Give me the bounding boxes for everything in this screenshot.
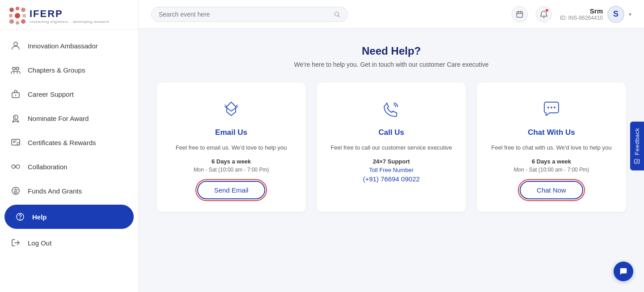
sidebar: IFERP connecting engineers... developing… bbox=[0, 0, 139, 292]
send-email-button[interactable]: Send Email bbox=[197, 181, 266, 199]
funds-icon bbox=[10, 185, 21, 197]
svg-point-33 bbox=[554, 107, 555, 108]
help-icon bbox=[14, 211, 26, 223]
sidebar-label-career-support: Career Support bbox=[28, 90, 74, 98]
career-icon bbox=[10, 88, 21, 100]
call-card-title: Call Us bbox=[378, 128, 404, 137]
sidebar-label-innovation-ambassador: Innovation Ambassador bbox=[28, 42, 98, 50]
svg-point-5 bbox=[22, 14, 26, 17]
email-card-availability: 6 Days a week bbox=[212, 158, 251, 165]
logo-main-text: IFERP bbox=[30, 8, 110, 20]
svg-point-0 bbox=[9, 8, 14, 12]
email-us-card: Email Us Feel free to email us. We'd lov… bbox=[157, 82, 306, 212]
logo-sub-text: connecting engineers... developing resea… bbox=[30, 20, 110, 24]
svg-point-4 bbox=[15, 13, 20, 18]
svg-point-18 bbox=[17, 142, 20, 145]
page-title: Need Help? bbox=[157, 45, 626, 57]
calendar-icon bbox=[516, 10, 524, 18]
logo-area: IFERP connecting engineers... developing… bbox=[0, 0, 138, 30]
svg-line-26 bbox=[338, 15, 339, 17]
main-content: Srm ID: INS-86264410 S ▾ Need Help? We'r… bbox=[139, 0, 644, 292]
svg-point-31 bbox=[547, 107, 549, 108]
sidebar-item-nominate-award[interactable]: Nominate For Award bbox=[0, 106, 138, 130]
chat-now-button[interactable]: Chat Now bbox=[520, 181, 583, 199]
sidebar-nav: Innovation Ambassador Chapters & Groups bbox=[0, 30, 138, 292]
svg-point-32 bbox=[551, 107, 552, 108]
feedback-icon bbox=[634, 158, 640, 164]
chat-bubble-icon bbox=[619, 266, 628, 276]
chevron-down-icon: ▾ bbox=[629, 11, 631, 17]
user-id: ID: INS-86264410 bbox=[560, 15, 603, 21]
sidebar-item-career-support[interactable]: Career Support bbox=[0, 82, 138, 106]
email-card-hours: Mon - Sat (10:00 am - 7:00 Pm) bbox=[194, 167, 269, 173]
sidebar-label-funds-grants: Funds And Grants bbox=[28, 187, 82, 195]
svg-rect-34 bbox=[635, 159, 640, 163]
sidebar-label-collaboration: Collaboration bbox=[28, 163, 67, 171]
sidebar-label-certificates-rewards: Certificates & Rewards bbox=[28, 139, 96, 146]
user-name: Srm bbox=[560, 7, 603, 15]
svg-point-8 bbox=[21, 19, 25, 24]
chat-bubble-button[interactable] bbox=[614, 262, 633, 281]
help-content: Need Help? We're here to help you. Get i… bbox=[139, 29, 644, 292]
page-subtitle: We're here to help you. Get in touch wit… bbox=[157, 61, 626, 68]
header-icons: Srm ID: INS-86264410 S ▾ bbox=[512, 6, 631, 23]
header: Srm ID: INS-86264410 S ▾ bbox=[139, 0, 644, 29]
sidebar-item-funds-grants[interactable]: Funds And Grants bbox=[0, 179, 138, 203]
sidebar-item-certificates-rewards[interactable]: Certificates & Rewards bbox=[0, 130, 138, 155]
svg-point-7 bbox=[16, 21, 19, 25]
chat-card-title: Chat With Us bbox=[528, 128, 575, 137]
user-text: Srm ID: INS-86264410 bbox=[560, 7, 603, 21]
svg-point-14 bbox=[13, 115, 18, 120]
certificate-icon bbox=[10, 137, 21, 148]
feedback-label: Feedback bbox=[634, 128, 640, 155]
sidebar-label-chapters-groups: Chapters & Groups bbox=[28, 66, 85, 74]
toll-free-label: Toll Free Number bbox=[369, 167, 414, 173]
user-info[interactable]: Srm ID: INS-86264410 S ▾ bbox=[560, 6, 631, 23]
search-input[interactable] bbox=[159, 11, 330, 18]
svg-point-23 bbox=[20, 219, 21, 219]
search-icon bbox=[334, 11, 340, 18]
sidebar-item-innovation-ambassador[interactable]: Innovation Ambassador bbox=[0, 34, 138, 58]
sidebar-item-help[interactable]: Help bbox=[4, 205, 134, 229]
svg-rect-27 bbox=[517, 12, 522, 17]
call-card-availability: 24×7 Support bbox=[373, 158, 410, 165]
notification-dot bbox=[545, 9, 549, 12]
svg-point-20 bbox=[16, 165, 20, 168]
svg-point-3 bbox=[9, 14, 13, 17]
award-icon bbox=[10, 112, 21, 124]
calendar-button[interactable] bbox=[512, 6, 528, 22]
call-icon bbox=[381, 99, 402, 122]
email-icon bbox=[220, 99, 242, 122]
call-card-desc: Feel free to call our customer service e… bbox=[330, 143, 452, 153]
logout-icon bbox=[10, 237, 21, 249]
feedback-tab[interactable]: Feedback bbox=[630, 121, 644, 170]
svg-point-11 bbox=[16, 67, 19, 70]
chat-icon bbox=[541, 99, 562, 122]
sidebar-item-collaboration[interactable]: Collaboration bbox=[0, 155, 138, 179]
iferp-logo-icon bbox=[8, 6, 27, 25]
people-icon bbox=[10, 40, 21, 52]
svg-point-9 bbox=[14, 42, 17, 46]
svg-point-10 bbox=[13, 67, 15, 70]
chat-card-availability: 6 Days a week bbox=[532, 158, 571, 165]
notification-button[interactable] bbox=[536, 6, 552, 22]
sidebar-label-logout: Log Out bbox=[28, 239, 51, 247]
svg-point-2 bbox=[21, 8, 25, 12]
email-card-title: Email Us bbox=[215, 128, 247, 137]
sidebar-item-chapters-groups[interactable]: Chapters & Groups bbox=[0, 58, 138, 82]
phone-number: (+91) 76694 09022 bbox=[363, 175, 419, 183]
chat-with-us-card: Chat With Us Feel free to chat with us. … bbox=[477, 82, 626, 212]
avatar: S bbox=[607, 6, 624, 23]
search-bar[interactable] bbox=[151, 7, 348, 22]
collaboration-icon bbox=[10, 161, 21, 172]
cards-row: Email Us Feel free to email us. We'd lov… bbox=[157, 82, 626, 212]
sidebar-label-help: Help bbox=[32, 213, 47, 221]
sidebar-label-nominate-award: Nominate For Award bbox=[28, 115, 89, 122]
chapters-icon bbox=[10, 64, 21, 76]
email-card-desc: Feel free to email us. We'd love to help… bbox=[176, 143, 287, 153]
sidebar-item-logout[interactable]: Log Out bbox=[0, 231, 138, 255]
svg-point-1 bbox=[16, 7, 19, 10]
svg-point-6 bbox=[9, 19, 14, 24]
call-us-card: Call Us Feel free to call our customer s… bbox=[317, 82, 466, 212]
chat-card-desc: Feel free to chat with us. We'd love to … bbox=[491, 143, 612, 153]
